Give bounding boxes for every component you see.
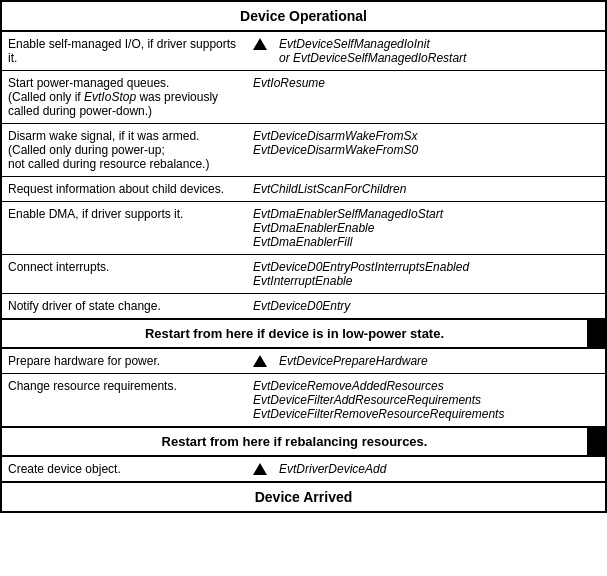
main-container: Device Operational Enable self-managed I… [0, 0, 607, 513]
row-right-4: EvtDmaEnablerSelfManagedIoStartEvtDmaEna… [247, 202, 605, 255]
divider-rebalance: Restart from here if rebalancing resourc… [2, 426, 605, 457]
row-right-0: EvtDeviceSelfManagedIoInitor EvtDeviceSe… [247, 32, 605, 71]
row-right-text-0: EvtDeviceSelfManagedIoInitor EvtDeviceSe… [279, 37, 466, 65]
row-left-0: Create device object. [2, 457, 247, 481]
up-arrow-icon [253, 463, 267, 475]
row-left-5: Connect interrupts. [2, 255, 247, 294]
row-right-3: EvtChildListScanForChildren [247, 177, 605, 202]
row-left-3: Request information about child devices. [2, 177, 247, 202]
table-row: Notify driver of state change.EvtDeviceD… [2, 294, 605, 319]
table-row: Disarm wake signal, if it was armed.(Cal… [2, 124, 605, 177]
row-left-1: Start power-managed queues.(Called only … [2, 71, 247, 124]
row-left-1: Change resource requirements. [2, 374, 247, 427]
divider-block-1 [587, 320, 605, 347]
row-right-1: EvtIoResume [247, 71, 605, 124]
up-arrow-icon [253, 38, 267, 50]
table-row: Enable self-managed I/O, if driver suppo… [2, 32, 605, 71]
row-left-4: Enable DMA, if driver supports it. [2, 202, 247, 255]
main-table: Enable self-managed I/O, if driver suppo… [2, 32, 605, 318]
table-2: Prepare hardware for power.EvtDevicePrep… [2, 349, 605, 426]
row-left-0: Prepare hardware for power. [2, 349, 247, 374]
row-left-6: Notify driver of state change. [2, 294, 247, 319]
row-right-text-0: EvtDevicePrepareHardware [279, 354, 428, 368]
up-arrow-icon [253, 355, 267, 367]
row-right-6: EvtDeviceD0Entry [247, 294, 605, 319]
table-row: Change resource requirements.EvtDeviceRe… [2, 374, 605, 427]
table-row: Start power-managed queues.(Called only … [2, 71, 605, 124]
table-row: Enable DMA, if driver supports it.EvtDma… [2, 202, 605, 255]
header-title: Device Operational [2, 2, 605, 32]
row-right-0: EvtDriverDeviceAdd [247, 457, 605, 481]
row-right-5: EvtDeviceD0EntryPostInterruptsEnabledEvt… [247, 255, 605, 294]
row-left-0: Enable self-managed I/O, if driver suppo… [2, 32, 247, 71]
row-right-0: EvtDevicePrepareHardware [247, 349, 605, 374]
row-right-2: EvtDeviceDisarmWakeFromSxEvtDeviceDisarm… [247, 124, 605, 177]
divider-rebalance-text: Restart from here if rebalancing resourc… [2, 428, 587, 455]
divider-low-power-text: Restart from here if device is in low-po… [2, 320, 587, 347]
table-row: Request information about child devices.… [2, 177, 605, 202]
divider-block-2 [587, 428, 605, 455]
table-row: Prepare hardware for power.EvtDevicePrep… [2, 349, 605, 374]
divider-low-power: Restart from here if device is in low-po… [2, 318, 605, 349]
footer-title: Device Arrived [2, 481, 605, 511]
table-3: Create device object.EvtDriverDeviceAdd [2, 457, 605, 481]
row-right-text-0: EvtDriverDeviceAdd [279, 462, 386, 476]
row-right-1: EvtDeviceRemoveAddedResourcesEvtDeviceFi… [247, 374, 605, 427]
table-row: Connect interrupts.EvtDeviceD0EntryPostI… [2, 255, 605, 294]
row-left-2: Disarm wake signal, if it was armed.(Cal… [2, 124, 247, 177]
table-row: Create device object.EvtDriverDeviceAdd [2, 457, 605, 481]
